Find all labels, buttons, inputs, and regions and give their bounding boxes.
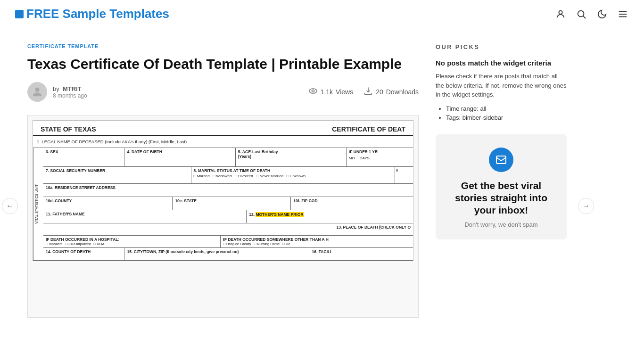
doc-row-2: VITAL STATISTICS UNIT 3. SEX 4. DATE OF …	[33, 148, 413, 261]
doc-row-place: 13. PLACE OF DEATH (CHECK ONLY O	[43, 223, 413, 236]
criteria-list: Time range: all Tags: bimber-sidebar	[436, 105, 567, 121]
doc-row-county: 10d. COUNTY 10e. STATE 10f. ZIP COD	[43, 197, 413, 210]
logo-icon	[15, 10, 24, 18]
doc-row-sex: 3. SEX 4. DATE OF BIRTH 5. AGE-Last Birt…	[43, 148, 413, 167]
svg-point-7	[309, 89, 317, 93]
sidebar-section-title: OUR PICKS	[436, 43, 567, 50]
email-signup-box: Get the best viral stories straight into…	[436, 134, 567, 240]
next-button[interactable]: →	[578, 198, 594, 214]
list-item: Tags: bimber-sidebar	[446, 114, 567, 121]
author-time: 8 months ago	[53, 92, 87, 99]
download-icon	[363, 86, 373, 98]
doc-row-ssn: 7. SOCIAL SECURITY NUMBER 8. MARITAL STA…	[43, 167, 413, 184]
site-header: FREE Sample Templates	[0, 0, 644, 28]
logo-text: FREE Sample Templates	[26, 7, 169, 21]
vertical-label: VITAL STATISTICS UNIT	[33, 148, 43, 260]
page-layout: ← CERTIFICATE TEMPLATE Texas Certificate…	[0, 28, 644, 333]
no-posts-text: Please check if there are posts that mat…	[436, 72, 567, 99]
views-stat: 1.1k Views	[308, 86, 354, 98]
downloads-stat: 20 Downloads	[363, 86, 419, 98]
eye-icon	[308, 86, 318, 98]
doc-state-title: STATE OF TEXAS	[41, 125, 96, 133]
author-block: by MTRIT 8 months ago	[27, 82, 87, 102]
no-posts-title: No posts match the widget criteria	[436, 59, 567, 67]
document-preview: STATE OF TEXAS CERTIFICATE OF DEAT 1. LE…	[27, 115, 419, 318]
search-icon[interactable]	[575, 8, 587, 20]
left-nav: ←	[0, 28, 20, 333]
svg-rect-9	[496, 156, 506, 164]
menu-icon[interactable]	[617, 8, 629, 20]
post-meta: by MTRIT 8 months ago 1.1k Views	[27, 82, 419, 102]
author-by: by MTRIT	[53, 85, 87, 92]
doc-row-location: 14. COUNTY OF DEATH 15. CITY/TOWN, ZIP (…	[43, 248, 413, 260]
svg-line-2	[583, 16, 586, 18]
email-signup-subtitle: Don't worry, we don't spam	[447, 221, 555, 228]
svg-point-8	[312, 90, 314, 92]
right-nav: →	[576, 28, 596, 333]
user-icon[interactable]	[554, 8, 567, 20]
email-icon	[489, 148, 513, 172]
list-item: Time range: all	[446, 105, 567, 112]
downloads-count: 20	[376, 88, 383, 96]
post-stats: 1.1k Views 20 Downloads	[308, 86, 419, 98]
theme-icon[interactable]	[596, 8, 608, 20]
main-content: CERTIFICATE TEMPLATE Texas Certificate O…	[20, 28, 430, 333]
svg-point-6	[35, 88, 39, 92]
post-title: Texas Certificate Of Death Template | Pr…	[27, 56, 419, 73]
prev-button[interactable]: ←	[2, 198, 18, 214]
doc-cert-title: CERTIFICATE OF DEAT	[332, 125, 405, 133]
svg-point-1	[578, 10, 584, 16]
views-count: 1.1k	[321, 88, 333, 96]
highlight-mothers-name: MOTHER'S NAME PRIOR	[256, 212, 303, 217]
doc-row-hospital: IF DEATH OCCURRED IN A HOSPITAL: □ Inpat…	[43, 236, 413, 248]
doc-row-parents: 11. FATHER'S NAME 12. MOTHER'S NAME PRIO…	[43, 210, 413, 223]
doc-row-address: 10a. RESIDENCE STREET ADDRESS	[43, 184, 413, 197]
svg-point-0	[559, 10, 562, 14]
avatar	[27, 82, 47, 102]
doc-header: STATE OF TEXAS CERTIFICATE OF DEAT	[33, 121, 413, 136]
author-name[interactable]: MTRIT	[63, 85, 82, 92]
category-label: CERTIFICATE TEMPLATE	[27, 43, 419, 49]
sidebar: OUR PICKS No posts match the widget crit…	[430, 28, 576, 333]
doc-row-1: 1. LEGAL NAME OF DECEASED (Include AKA's…	[33, 136, 413, 148]
author-info: by MTRIT 8 months ago	[53, 85, 87, 99]
header-icons	[554, 8, 629, 20]
email-signup-title: Get the best viral stories straight into…	[447, 180, 555, 217]
downloads-label: Downloads	[386, 88, 419, 96]
views-label: Views	[336, 88, 353, 96]
site-logo[interactable]: FREE Sample Templates	[15, 7, 169, 21]
